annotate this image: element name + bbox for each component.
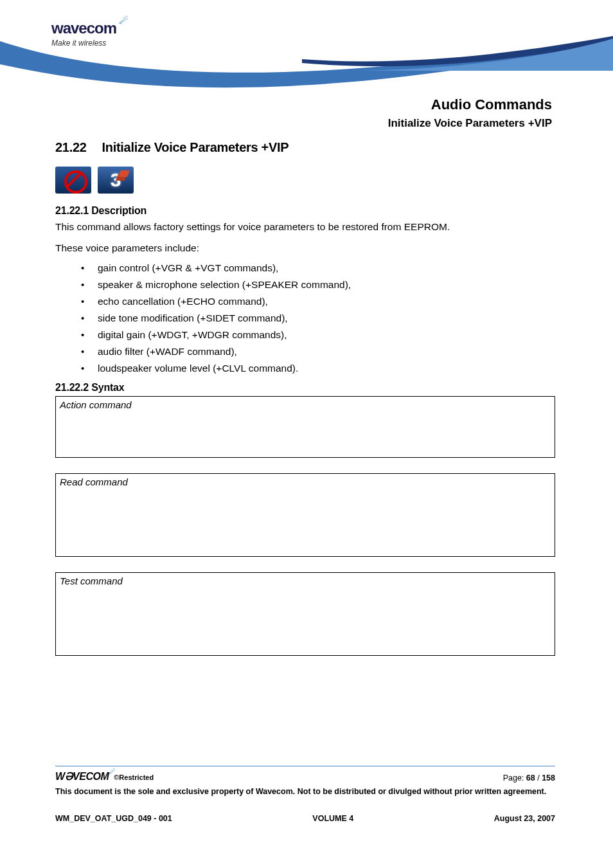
- page-title: Audio Commands: [388, 96, 552, 113]
- icons-row: 3: [55, 167, 555, 194]
- three-d-icon: 3: [98, 167, 134, 194]
- list-item: audio filter (+WADF command),: [81, 346, 555, 357]
- list-item: gain control (+VGR & +VGT commands),: [81, 262, 555, 274]
- action-command-label: Action command: [60, 399, 551, 410]
- content: 21.22Initialize Voice Parameters +VIP 3 …: [55, 140, 555, 671]
- footer-disclaimer: This document is the sole and exclusive …: [55, 786, 555, 797]
- footer-page-sep: /: [535, 773, 542, 782]
- footer-page: Page: 68 / 158: [503, 773, 555, 782]
- description-para-2: These voice parameters include:: [55, 240, 555, 255]
- footer-rule: [55, 766, 555, 766]
- test-command-box: Test command: [55, 572, 555, 656]
- footer-restricted: ©Restricted: [114, 773, 154, 781]
- footer-brand: WƏVECOM☄: [55, 771, 111, 782]
- footer-row-2: WM_DEV_OAT_UGD_049 - 001 VOLUME 4 August…: [55, 814, 555, 823]
- syntax-heading: 21.22.2 Syntax: [55, 382, 555, 393]
- footer-doc-id: WM_DEV_OAT_UGD_049 - 001: [55, 814, 172, 823]
- brand-swirl-icon: ☄: [119, 15, 127, 26]
- footer-page-total: 158: [542, 773, 555, 782]
- page: wavecom ☄ Make it wireless Audio Command…: [0, 0, 613, 868]
- list-item: digital gain (+WDGT, +WDGR commands),: [81, 329, 555, 341]
- page-subtitle: Initialize Voice Parameters +VIP: [388, 117, 552, 130]
- list-item: speaker & microphone selection (+SPEAKER…: [81, 279, 555, 291]
- read-command-box: Read command: [55, 473, 555, 557]
- parameter-list: gain control (+VGR & +VGT commands), spe…: [81, 262, 555, 374]
- footer-brand-group: WƏVECOM☄ ©Restricted: [55, 770, 154, 782]
- three-digit: 3: [111, 169, 121, 190]
- section-heading: 21.22Initialize Voice Parameters +VIP: [55, 140, 555, 155]
- footer-brand-text: WƏVECOM: [55, 771, 109, 782]
- prohibited-icon: [55, 167, 91, 194]
- action-command-box: Action command: [55, 396, 555, 458]
- list-item: echo cancellation (+ECHO command),: [81, 296, 555, 307]
- section-number: 21.22: [55, 140, 87, 155]
- title-block: Audio Commands Initialize Voice Paramete…: [388, 96, 552, 130]
- footer-row-1: WƏVECOM☄ ©Restricted Page: 68 / 158: [55, 770, 555, 782]
- description-heading: 21.22.1 Description: [55, 205, 555, 217]
- read-command-label: Read command: [60, 476, 551, 487]
- footer-page-label: Page:: [503, 773, 526, 782]
- page-header: wavecom ☄ Make it wireless: [0, 0, 613, 109]
- list-item: loudspeaker volume level (+CLVL command)…: [81, 363, 555, 374]
- description-para-1: This command allows factory settings for…: [55, 219, 555, 234]
- test-command-label: Test command: [60, 575, 551, 586]
- section-title: Initialize Voice Parameters +VIP: [102, 140, 289, 154]
- list-item: side tone modification (+SIDET command),: [81, 312, 555, 324]
- page-footer: WƏVECOM☄ ©Restricted Page: 68 / 158 This…: [55, 766, 555, 823]
- footer-volume: VOLUME 4: [312, 814, 353, 823]
- footer-date: August 23, 2007: [494, 814, 555, 823]
- footer-page-current: 68: [526, 773, 535, 782]
- footer-swirl-icon: ☄: [109, 768, 114, 775]
